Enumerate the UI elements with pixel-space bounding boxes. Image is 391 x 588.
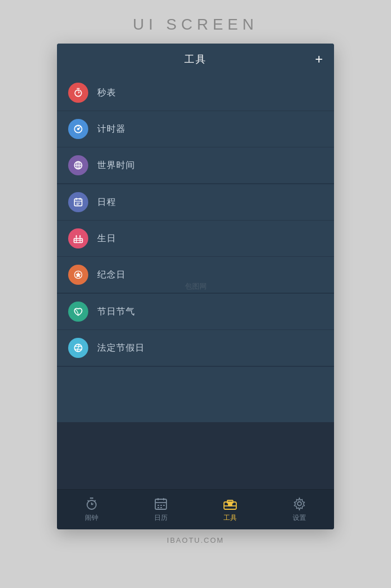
tools-tab-label: 工具 [223, 513, 237, 523]
tools-tab-icon [223, 496, 237, 511]
alarm-tab-label: 闹钟 [85, 513, 98, 523]
svg-line-3 [78, 92, 80, 93]
world-time-label: 世界时间 [97, 160, 135, 171]
section-calendar-tools: 日程 生日 [57, 184, 334, 294]
tab-calendar[interactable]: 日历 [154, 496, 168, 523]
stopwatch-icon [68, 83, 88, 103]
stopwatch-label: 秒表 [97, 87, 116, 99]
holidays-label: 法定节假日 [97, 342, 145, 354]
list-item-holidays[interactable]: 法定节假日 [57, 330, 334, 366]
tab-bar: 闹钟 日历 [57, 489, 334, 529]
calendar-tab-icon [154, 496, 168, 511]
page-title: UI SCREEN [133, 16, 258, 34]
svg-point-47 [298, 502, 302, 506]
birthday-icon [68, 228, 88, 248]
list-item-solar-terms[interactable]: 节日节气 [57, 294, 334, 330]
svg-line-7 [78, 128, 80, 130]
tab-alarm[interactable]: 闹钟 [84, 496, 99, 523]
list-item-timer[interactable]: 计时器 [57, 111, 334, 147]
anniversary-label: 纪念日 [97, 269, 126, 281]
list-item-stopwatch[interactable]: 秒表 [57, 75, 334, 111]
list-item-birthday[interactable]: 生日 [57, 221, 334, 257]
tab-settings[interactable]: 设置 [292, 496, 307, 523]
list-item-schedule[interactable]: 日程 [57, 184, 334, 221]
settings-tab-label: 设置 [293, 513, 306, 523]
section-time-tools: 秒表 计时器 [57, 75, 334, 184]
solar-terms-label: 节日节气 [97, 306, 135, 318]
settings-tab-icon [292, 496, 307, 511]
tab-tools[interactable]: 工具 [223, 496, 237, 523]
add-button[interactable]: + [315, 51, 323, 67]
bottom-spacer [57, 422, 334, 489]
phone-container: 工具 + 秒表 [57, 44, 334, 529]
section-holiday-tools: 节日节气 法定节假日 [57, 294, 334, 367]
birthday-label: 生日 [97, 233, 116, 245]
anniversary-icon [68, 265, 88, 285]
world-time-icon [68, 155, 88, 175]
timer-icon [68, 119, 88, 139]
timer-label: 计时器 [97, 123, 126, 135]
calendar-tab-label: 日历 [154, 513, 168, 523]
solar-terms-icon [68, 302, 88, 322]
list-area: 秒表 计时器 [57, 75, 334, 422]
schedule-icon [68, 192, 88, 212]
list-item-world-time[interactable]: 世界时间 [57, 147, 334, 183]
alarm-tab-icon [84, 496, 99, 511]
footer-text: IBAOTU.COM [167, 536, 224, 544]
header-title: 工具 [184, 52, 207, 66]
app-header: 工具 + [57, 44, 334, 75]
schedule-label: 日程 [97, 197, 116, 208]
holidays-icon [68, 338, 88, 358]
list-item-anniversary[interactable]: 纪念日 [57, 257, 334, 293]
